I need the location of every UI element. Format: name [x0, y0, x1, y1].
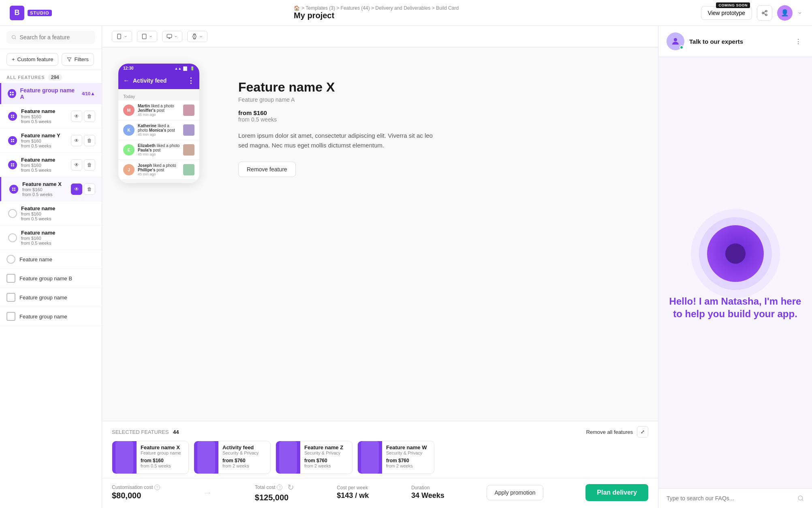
more-options-button[interactable]: ⋮ — [793, 36, 804, 47]
breadcrumb: 🏠 > Templates (3) > Features (44) > Deli… — [294, 5, 459, 11]
feed-main-text-0: Martin liked a photo Jeniffer's post — [138, 104, 180, 113]
feed-text-0: Martin liked a photo Jeniffer's post 45 … — [138, 104, 180, 117]
feature-item-4[interactable]: Feature name from $160from 0.5 weeks — [0, 201, 102, 226]
delete-button-2[interactable]: 🗑 — [84, 159, 95, 171]
filters-button[interactable]: Filters — [62, 53, 94, 66]
feature-name-0: Feature name — [21, 108, 56, 114]
desktop-device-button[interactable] — [162, 31, 182, 42]
mobile-device-button[interactable] — [112, 31, 132, 42]
feature-card-thumb-1 — [194, 441, 218, 474]
fc-weeks-0: from 0.5 weeks — [141, 463, 184, 468]
eye-button-2[interactable]: 👁 — [71, 159, 82, 171]
customisation-info-icon[interactable]: ? — [154, 485, 160, 490]
feature-price-2: from $160from 0.5 weeks — [21, 163, 56, 173]
remove-all-button[interactable]: Remove all features — [586, 429, 633, 435]
expand-button[interactable]: ⤢ — [637, 426, 648, 438]
feature-item-icon-2 — [8, 160, 17, 169]
feature-price-1: from $160from 0.5 weeks — [21, 139, 60, 148]
fc-price-0: from $160 — [141, 458, 184, 463]
svg-rect-25 — [14, 188, 15, 189]
group-item-feature-name[interactable]: Feature name — [0, 250, 102, 269]
battery-icon: 🔋 — [190, 66, 194, 70]
svg-point-2 — [765, 14, 767, 15]
feature-name-5: Feature name — [21, 230, 56, 236]
phone-header-left: ← Activity feed — [123, 77, 167, 84]
group-icon-c — [6, 293, 15, 302]
feature-item-text-3: Feature name X from $160from 0.5 weeks — [22, 181, 62, 197]
avatar[interactable]: 👤 — [777, 5, 793, 21]
fc-price-2: from $760 — [304, 458, 348, 463]
selected-count: 44 — [173, 429, 179, 435]
fc-weeks-1: from 2 weeks — [222, 463, 266, 468]
feature-price-0: from $160from 0.5 weeks — [21, 114, 56, 124]
svg-point-5 — [12, 35, 15, 38]
eye-button-0[interactable]: 👁 — [71, 111, 82, 122]
feature-card-2[interactable]: Feature name Z Security & Privacy from $… — [276, 441, 353, 474]
all-features-count: 294 — [48, 74, 62, 81]
group-item-c[interactable]: Feature group name — [0, 288, 102, 307]
fc-name-0: Feature name X — [141, 444, 184, 450]
plan-delivery-button[interactable]: Plan delivery — [585, 484, 648, 501]
chevron-down-icon-2 — [149, 34, 153, 38]
bottom-bar: SELECTED FEATURES 44 Remove all features… — [102, 421, 658, 508]
feature-item-5[interactable]: Feature name from $160from 0.5 weeks — [0, 226, 102, 250]
refresh-icon[interactable]: ↻ — [287, 482, 294, 492]
watch-device-button[interactable] — [187, 31, 207, 42]
phone-more-icon: ⋮ — [187, 76, 194, 85]
breadcrumb-home[interactable]: 🏠 — [294, 5, 300, 11]
eye-button-3-active[interactable]: 👁 — [71, 184, 82, 195]
delete-button-3[interactable]: 🗑 — [84, 184, 95, 195]
delete-button-0[interactable]: 🗑 — [84, 111, 95, 122]
tablet-device-button[interactable] — [137, 31, 157, 42]
duration-item: Duration 34 Weeks — [411, 485, 444, 500]
feed-thumb-1 — [183, 124, 194, 136]
svg-rect-24 — [12, 188, 13, 189]
group-icon-d — [6, 312, 15, 321]
eye-button-1[interactable]: 👁 — [71, 135, 82, 146]
delete-button-1[interactable]: 🗑 — [84, 135, 95, 146]
chevron-up-icon: ▲ — [90, 91, 95, 96]
svg-rect-13 — [13, 115, 14, 116]
feature-details-panel: Feature name X Feature group name A from… — [219, 64, 462, 193]
fc-price-1: from $760 — [222, 458, 266, 463]
faq-search-input[interactable] — [667, 495, 794, 502]
search-input[interactable] — [20, 34, 90, 41]
remove-feature-button[interactable]: Remove feature — [238, 162, 296, 177]
feature-group-a-header[interactable]: Feature group name A 4/10 ▲ — [0, 83, 102, 104]
feature-actions-3: 👁 🗑 — [71, 184, 95, 195]
group-item-d[interactable]: Feature group name — [0, 307, 102, 326]
svg-rect-21 — [13, 163, 14, 164]
svg-rect-15 — [13, 116, 14, 117]
feature-item-1[interactable]: Feature name Y from $160from 0.5 weeks 👁… — [0, 128, 102, 153]
talk-experts-label: Talk to our experts — [689, 38, 743, 45]
feature-item-text-2: Feature name from $160from 0.5 weeks — [21, 157, 56, 173]
fc-group-2: Security & Privacy — [304, 450, 348, 455]
fc-name-1: Activity feed — [222, 444, 266, 450]
fc-weeks-3: from 2 weeks — [386, 463, 430, 468]
share-button[interactable] — [757, 5, 772, 21]
feature-item-icon-5 — [8, 233, 17, 242]
apply-promotion-button[interactable]: Apply promotion — [487, 485, 543, 500]
svg-rect-10 — [10, 94, 12, 96]
feature-item-3[interactable]: Feature name X from $160from 0.5 weeks 👁… — [0, 177, 102, 201]
feature-name-2: Feature name — [21, 157, 56, 163]
custom-feature-button[interactable]: + Custom feature — [6, 53, 58, 66]
feature-card-1[interactable]: Activity feed Security & Privacy from $7… — [194, 441, 271, 474]
header-center: 🏠 > Templates (3) > Features (44) > Deli… — [294, 5, 459, 20]
feature-card-0[interactable]: Feature name X Feature group name from $… — [112, 441, 189, 474]
duration-label: Duration — [411, 485, 444, 491]
total-info-icon[interactable]: ? — [277, 485, 282, 490]
group-item-b[interactable]: Feature group name B — [0, 269, 102, 288]
feature-item-0[interactable]: Feature name from $160from 0.5 weeks 👁 🗑 — [0, 104, 102, 128]
summary-row: Customisation cost ? $80,000 → Total cos… — [102, 478, 658, 508]
feature-price-3: from $160from 0.5 weeks — [22, 187, 62, 197]
view-prototype-button[interactable]: COMING SOON View prototype — [701, 6, 752, 20]
avatar-chevron-icon[interactable] — [797, 11, 802, 15]
features-scroll: Feature name X Feature group name from $… — [102, 441, 658, 478]
feature-item-2[interactable]: Feature name from $160from 0.5 weeks 👁 🗑 — [0, 153, 102, 177]
signal-icon: █▌ — [183, 66, 188, 70]
svg-rect-16 — [11, 139, 12, 140]
feature-card-3[interactable]: Feature name W Security & Privacy from $… — [357, 441, 434, 474]
back-arrow-icon: ← — [123, 77, 130, 84]
natasha-inner-orb — [725, 243, 746, 264]
